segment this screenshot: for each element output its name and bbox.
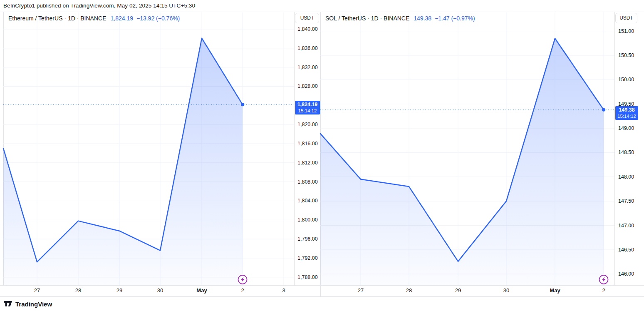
y-axis-tick-label: 149.00: [618, 125, 634, 132]
eth-chart-legend: Ethereum / TetherUS · 1D · BINANCE1,824.…: [8, 15, 180, 22]
x-axis-tick-label: 28: [406, 287, 412, 294]
y-axis-tick-label: 147.50: [618, 198, 634, 204]
y-axis-tick-label: 1,820.00: [297, 121, 318, 128]
x-axis-tick-label: 30: [503, 287, 509, 294]
eth-current-price-badge: 1,824.19 15:14:12: [295, 101, 320, 114]
x-axis-tick-label: 29: [455, 287, 461, 294]
sol-last-price: 149.38: [414, 15, 431, 22]
tradingview-footer: TradingView: [3, 299, 52, 309]
y-axis-tick-label: 1,832.00: [297, 64, 318, 71]
sol-chart-legend: SOL / TetherUS · 1D · BINANCE149.38−1.47…: [325, 15, 475, 22]
y-axis-tick-label: 146.50: [618, 246, 634, 253]
eth-price-scale[interactable]: [294, 12, 320, 285]
y-axis-tick-label: 1,812.00: [297, 159, 318, 166]
sol-current-price-badge: 149.38 15:14:12: [615, 106, 638, 120]
x-axis-tick-label: 29: [116, 287, 122, 294]
sol-symbol-title: SOL / TetherUS · 1D · BINANCE: [325, 15, 409, 22]
sol-currency-badge[interactable]: USDT: [615, 13, 637, 23]
x-axis-tick-label: 30: [157, 287, 163, 294]
y-axis-tick-label: 150.00: [618, 76, 634, 83]
x-axis-tick-label: 2: [602, 287, 605, 294]
eth-badge-time: 15:14:12: [297, 108, 318, 114]
eth-flash-icon-button[interactable]: [238, 275, 248, 285]
y-axis-tick-label: 1,788.00: [297, 274, 318, 281]
x-axis-tick-label: 27: [34, 287, 40, 294]
tradingview-logo-icon: [3, 299, 12, 309]
eth-price-change: −13.92 (−0.76%): [136, 15, 180, 22]
x-axis-tick-label: 3: [282, 287, 285, 294]
x-axis-tick-label: May: [550, 287, 560, 294]
tradingview-wordmark: TradingView: [15, 301, 52, 308]
y-axis-tick-label: 1,796.00: [297, 236, 318, 242]
y-axis-tick-label: 146.00: [618, 271, 634, 277]
sol-flash-icon-button[interactable]: [599, 275, 609, 285]
x-axis-tick-label: 2: [241, 287, 244, 294]
y-axis-tick-label: 1,792.00: [297, 255, 318, 261]
y-axis-tick-label: 1,808.00: [297, 179, 318, 185]
sol-badge-price: 149.38: [617, 107, 637, 113]
y-axis-tick-label: 1,800.00: [297, 216, 318, 223]
sol-plot-area[interactable]: [320, 12, 614, 285]
y-axis-tick-label: 1,836.00: [297, 45, 318, 52]
eth-plot-area[interactable]: [3, 12, 294, 285]
y-axis-tick-label: 151.00: [618, 28, 634, 35]
x-axis-tick-label: May: [196, 287, 207, 294]
y-axis-tick-label: 1,828.00: [297, 83, 318, 90]
eth-symbol-title: Ethereum / TetherUS · 1D · BINANCE: [8, 15, 106, 22]
y-axis-tick-label: 1,804.00: [297, 197, 318, 204]
y-axis-tick-label: 148.50: [618, 149, 634, 156]
sol-price-change: −1.47 (−0.97%): [435, 15, 475, 22]
tradingview-snapshot: BeInCrypto1 published on TradingView.com…: [0, 0, 644, 311]
eth-badge-price: 1,824.19: [297, 102, 318, 108]
y-axis-tick-label: 1,816.00: [297, 140, 318, 147]
x-axis-tick-label: 27: [358, 287, 364, 294]
sol-badge-time: 15:14:12: [617, 113, 637, 119]
sol-time-scale[interactable]: [320, 285, 644, 296]
y-axis-tick-label: 148.00: [618, 174, 634, 180]
eth-last-price: 1,824.19: [110, 15, 133, 22]
y-axis-tick-label: 147.00: [618, 222, 634, 229]
y-axis-tick-label: 1,840.00: [297, 26, 318, 32]
y-axis-tick-label: 150.50: [618, 52, 634, 59]
x-axis-tick-label: 28: [75, 287, 81, 294]
eth-currency-badge[interactable]: USDT: [295, 13, 319, 23]
